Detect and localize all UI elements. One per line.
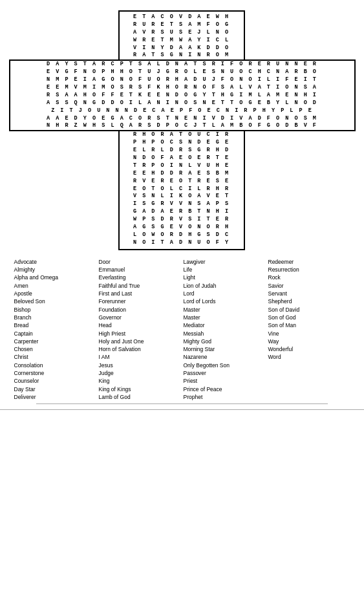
word-item: I AM <box>99 353 181 361</box>
puzzle-row: E V G F N O P H H O T U J G R O L E S N … <box>12 69 353 76</box>
puzzle-row: V S N L I K O A V E T <box>121 193 242 200</box>
word-item: Counselor <box>14 377 96 385</box>
word-item: Emmanuel <box>99 266 181 274</box>
word-item: Day Star <box>14 385 96 393</box>
word-col-3: LawgiverLifeLightLion of JudahLordLord o… <box>184 258 266 402</box>
puzzle-row: Z I T J O U N N N D E C A E P F O E C N … <box>12 107 353 115</box>
puzzle-row: E E M V M I M O S R S F K H O R N O F S … <box>12 84 353 92</box>
puzzle-row: G A D A E R B T N H I <box>121 208 242 216</box>
word-item: First and Last <box>99 290 181 297</box>
puzzle-row: R H O R A T O U C I R <box>121 131 242 139</box>
word-item: Christ <box>14 353 96 361</box>
word-item: Bread <box>14 321 96 329</box>
puzzle-row: N D O F A E O E R T E <box>121 155 242 162</box>
word-item: Master <box>184 314 266 321</box>
word-item: Lawgiver <box>184 258 266 266</box>
word-item: Shepherd <box>268 297 350 305</box>
puzzle-row: E O T O L C I L R H R <box>121 186 242 193</box>
word-item: Mediator <box>184 321 266 329</box>
word-item: Advocate <box>14 258 96 266</box>
puzzle-row: T R P O I N L V U H E <box>121 162 242 170</box>
word-item: Chosen <box>14 345 96 353</box>
word-item: Jesus <box>99 361 181 369</box>
top-section: E T A C O V D A E W HR U R E T S A M F O… <box>118 10 245 59</box>
word-item: Passover <box>184 369 266 377</box>
word-item: King of Kings <box>99 385 181 393</box>
word-item: Son of Man <box>268 321 350 329</box>
word-item: Faithful and True <box>99 282 181 290</box>
word-item: Apostle <box>14 290 96 297</box>
word-item: Morning Star <box>184 345 266 353</box>
word-item: Captain <box>14 330 96 338</box>
word-item: Priest <box>184 377 266 385</box>
word-item: Cornerstone <box>14 369 96 377</box>
puzzle-row: A V R S U S E J L N O <box>121 29 242 37</box>
middle-section: D A Y S T A R C P T S A L D N A T S R I … <box>9 59 356 131</box>
puzzle-row: L O W O R D H G S D C <box>121 231 242 239</box>
word-item: Door <box>99 258 181 266</box>
word-item: Lord of Lords <box>184 297 266 305</box>
word-item: Only Begotten Son <box>184 361 266 369</box>
word-item: Carpenter <box>14 338 96 345</box>
word-item: Servant <box>268 290 350 297</box>
word-item: Branch <box>14 314 96 321</box>
word-item: Resurrection <box>268 266 350 274</box>
word-item: Almighty <box>14 266 96 274</box>
puzzle-row: E L R L D R S G R H D <box>121 147 242 155</box>
word-item: Wonderful <box>268 345 350 353</box>
word-item: Lord <box>184 290 266 297</box>
puzzle-row: E E H D D R A E S B M <box>121 170 242 178</box>
puzzle-row: A A E D Y O E G A C O R S T N E N I V D … <box>12 115 353 123</box>
word-item: Head <box>99 321 181 329</box>
word-item: Prophet <box>184 393 266 401</box>
puzzle-row: R V E R E O T R E S E <box>121 178 242 186</box>
word-item: Lion of Judah <box>184 282 266 290</box>
word-item: Deliverer <box>14 393 96 401</box>
cross-puzzle: E T A C O V D A E W HR U R E T S A M F O… <box>9 10 356 250</box>
word-item: Amen <box>14 282 96 290</box>
word-item: Redeemer <box>268 258 350 266</box>
word-item: Son of David <box>268 306 350 314</box>
word-col-1: AdvocateAlmightyAlpha and OmegaAmenApost… <box>14 258 96 402</box>
puzzle-row: R S A A H O F F E T K E E N D O G Y T H … <box>12 92 353 100</box>
word-item: Vine <box>268 330 350 338</box>
word-item: Forerunner <box>99 297 181 305</box>
puzzle-row: D A Y S T A R C P T S A L D N A T S R I … <box>12 61 353 69</box>
word-item: Rock <box>268 274 350 281</box>
word-item: Life <box>184 266 266 274</box>
footer <box>0 409 364 418</box>
puzzle-row: E T A C O V D A E W H <box>121 14 242 21</box>
word-item: Alpha and Omega <box>14 274 96 281</box>
word-item: Messiah <box>184 330 266 338</box>
word-col-2: DoorEmmanuelEverlastingFaithful and True… <box>99 258 181 402</box>
word-item: Son of God <box>268 314 350 321</box>
word-item: Master <box>184 306 266 314</box>
puzzle-row: A G S G E V O N O R H <box>121 224 242 231</box>
divider <box>36 403 327 404</box>
puzzle-row: N O I T A D N U O F Y <box>121 239 242 247</box>
word-item: Governor <box>99 314 181 321</box>
word-item: Mighty God <box>184 338 266 345</box>
puzzle-row: R U R E T S A M F O G <box>121 21 242 29</box>
word-col-4: RedeemerResurrectionRockSaviorServantShe… <box>268 258 350 402</box>
word-item: Savior <box>268 282 350 290</box>
word-item: Judge <box>99 369 181 377</box>
word-item: Holy and Just One <box>99 338 181 345</box>
puzzle-row: V I N Y D A A K D D O <box>121 45 242 52</box>
word-item: High Priest <box>99 330 181 338</box>
word-item: Nazarene <box>184 353 266 361</box>
word-item: King <box>99 377 181 385</box>
word-item: Way <box>268 338 350 345</box>
puzzle-row: R A T S G N I N R O M <box>121 52 242 59</box>
puzzle-row: P H P O C S N D E G E <box>121 139 242 147</box>
word-list: AdvocateAlmightyAlpha and OmegaAmenApost… <box>8 258 357 402</box>
word-item: Word <box>268 353 350 361</box>
puzzle-row: W P S D R V S I T E R <box>121 216 242 224</box>
word-item: Everlasting <box>99 274 181 281</box>
word-item: Prince of Peace <box>184 385 266 393</box>
word-item: Light <box>184 274 266 281</box>
puzzle-row: I S G R V V N S A P S <box>121 200 242 208</box>
word-item: Consolation <box>14 361 96 369</box>
puzzle-row: A S S Q N G D D O I L A N I N O S N E T … <box>12 100 353 107</box>
word-item: Lamb of God <box>99 393 181 401</box>
